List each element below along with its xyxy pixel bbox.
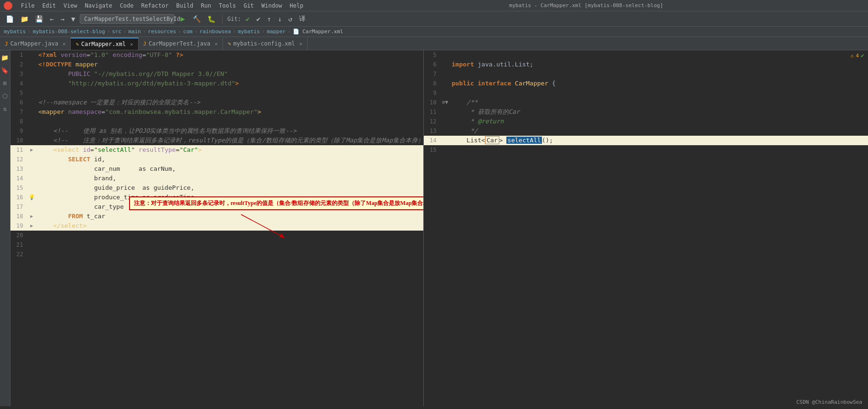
breadcrumb-mybatis[interactable]: mybatis (238, 28, 260, 35)
git-update-btn[interactable]: ✔ (254, 14, 262, 24)
tab-label-carmapper-xml: CarMapper.xml (81, 41, 126, 47)
tab-mybatis-config-xml[interactable]: ✎ mybatis-config.xml ✕ (223, 37, 308, 50)
open-btn[interactable]: 📁 (19, 14, 30, 24)
git-label: Git: (227, 16, 241, 22)
line-content-22 (37, 250, 423, 259)
commit-icon[interactable]: ⬡ (1, 91, 9, 102)
menu-tools[interactable]: Tools (216, 1, 239, 10)
tab-close-carmapper-java[interactable]: ✕ (63, 41, 66, 47)
line-number-10: 10 (10, 136, 27, 145)
right-code-editor[interactable]: ⚠ 4 ✔ 5 6 import java.util.List; (423, 50, 868, 406)
menu-window[interactable]: Window (259, 1, 285, 10)
breadcrumb-sep-1: › (28, 28, 31, 35)
bulb-icon: 💡 (28, 193, 35, 202)
breadcrumb-rainbowsea[interactable]: rainbowsea (199, 28, 231, 35)
code-line-5: 5 (10, 88, 423, 98)
main-content: 📁 🔖 ⊞ ⬡ ⇅ 1 <?xml version="1.0" encoding… (0, 50, 868, 406)
breadcrumb-com[interactable]: com (183, 28, 193, 35)
menu-navigate[interactable]: Navigate (82, 1, 115, 10)
git-push-btn[interactable]: ↑ (265, 14, 273, 24)
code-line-18: 18 ▶ FROM t_car (10, 212, 423, 221)
line-gutter-13 (27, 164, 37, 174)
run-config-field[interactable]: CarMapperTest.testSelectById (80, 14, 175, 24)
editors-container: 1 <?xml version="1.0" encoding="UTF-8" ?… (10, 50, 868, 406)
toolbar-separator (222, 14, 223, 24)
code-line-4: 4 "http://mybatis.org/dtd/mybatis-3-mapp… (10, 79, 423, 88)
new-file-btn[interactable]: 📄 (4, 14, 16, 24)
translate-btn[interactable]: 译 (297, 14, 308, 24)
line-number-19: 19 (10, 221, 27, 231)
code-line-6: 6 <!--namespace 一定要是：对应的接口的全限定类名--> (10, 98, 423, 107)
breadcrumb-mapper[interactable]: mapper (267, 28, 286, 35)
run-config-dropdown-icon[interactable]: ▼ (69, 14, 77, 24)
pullreq-icon[interactable]: ⇅ (2, 103, 8, 114)
tab-close-mybatis-config-xml[interactable]: ✕ (299, 41, 303, 47)
git-history-btn[interactable]: ↺ (287, 14, 294, 24)
menu-file[interactable]: File (18, 1, 37, 10)
breadcrumb-src[interactable]: src (112, 28, 121, 35)
tab-carmapper-java[interactable]: J CarMapper.java ✕ (0, 37, 71, 50)
left-code-editor[interactable]: 1 <?xml version="1.0" encoding="UTF-8" ?… (10, 50, 423, 406)
line-content-14: brand, (37, 174, 423, 183)
tab-close-carmappertest-java[interactable]: ✕ (215, 41, 218, 47)
menu-refactor[interactable]: Refactor (138, 1, 171, 10)
tab-label-carmapper-java: CarMapper.java (10, 40, 58, 47)
line-number-16: 16 (10, 193, 27, 202)
tab-carmappertest-java[interactable]: J CarMapperTest.java ✕ (139, 37, 223, 50)
line-number-21: 21 (10, 240, 27, 250)
menu-code[interactable]: Code (117, 1, 137, 10)
line-number-9: 9 (10, 126, 27, 136)
line-number-6: 6 (10, 98, 27, 107)
build-btn[interactable]: 🔨 (191, 14, 203, 24)
line-gutter-6 (27, 98, 37, 107)
menu-git[interactable]: Git (241, 1, 257, 10)
project-icon[interactable]: 📁 (0, 52, 9, 63)
save-btn[interactable]: 💾 (33, 14, 45, 24)
code-line-8: 8 (10, 117, 423, 126)
line-gutter-18: ▶ (27, 212, 37, 221)
code-line-10: 10 <!-- 注意：对于查询结果返回多条记录时，resultType的值是（集… (10, 136, 423, 145)
line-gutter-14 (27, 174, 37, 183)
menu-view[interactable]: View (61, 1, 80, 10)
tab-close-carmapper-xml[interactable]: ✕ (130, 41, 133, 47)
line-content-12: SELECT id, (37, 155, 423, 164)
breadcrumb-main[interactable]: main (128, 28, 141, 35)
line-number-7: 7 (10, 107, 27, 117)
line-content-8 (37, 117, 423, 126)
line-content-7: <mapper namespace="com.rainbowsea.mybati… (37, 107, 423, 117)
menu-help[interactable]: Help (287, 1, 306, 10)
line-number-14: 14 (10, 174, 27, 183)
line-content-19: </select> (37, 221, 423, 231)
back-btn[interactable]: ← (48, 14, 56, 24)
run-button[interactable]: ▶ (177, 13, 188, 24)
debug-btn[interactable]: 🐛 (205, 14, 217, 24)
checkmark-icon: ✔ (861, 52, 864, 59)
line-number-22: 22 (10, 250, 27, 259)
right-line-number-8: 8 (424, 79, 440, 88)
warning-count: 4 (856, 53, 859, 59)
config-xml-icon: ✎ (228, 41, 231, 47)
bookmark-icon[interactable]: 🔖 (0, 65, 9, 76)
breadcrumb-project[interactable]: mybatis (4, 28, 26, 35)
menu-build[interactable]: Build (173, 1, 196, 10)
git-checkmark-btn[interactable]: ✔ (244, 14, 252, 24)
right-line-content-13: */ (450, 126, 868, 136)
git-pull-btn[interactable]: ↓ (276, 14, 283, 24)
breadcrumb-resources[interactable]: resources (148, 28, 177, 35)
right-line-gutter-6 (440, 60, 450, 69)
code-line-21: 21 (10, 240, 423, 250)
breadcrumb-module[interactable]: mybatis-008-select-blog (33, 28, 105, 35)
line-gutter-19: ▶ (27, 221, 37, 231)
line-gutter-21 (27, 240, 37, 250)
menu-run[interactable]: Run (198, 1, 214, 10)
breadcrumb-sep-7: › (233, 28, 236, 35)
code-line-9: 9 <!-- 使用 as 别名，让POJO实体类当中的属性名与数据库的查询结果保… (10, 126, 423, 136)
structure-icon[interactable]: ⊞ (2, 78, 8, 89)
right-code-line-8: 8 public interface CarMapper { (424, 79, 868, 88)
tab-carmapper-xml[interactable]: ✎ CarMapper.xml ✕ (71, 37, 138, 50)
menu-edit[interactable]: Edit (39, 1, 59, 10)
java-file-icon: J (5, 41, 8, 47)
forward-btn[interactable]: → (58, 14, 66, 24)
line-number-1: 1 (10, 50, 27, 60)
line-content-21 (37, 240, 423, 250)
